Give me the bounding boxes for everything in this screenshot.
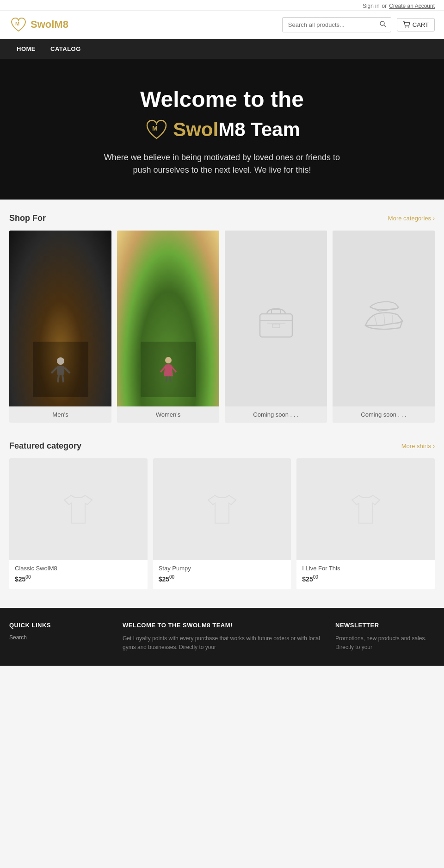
womens-image (117, 231, 219, 406)
svg-rect-17 (260, 314, 292, 337)
shop-for-header: Shop For More categories › (9, 213, 435, 223)
svg-line-15 (166, 376, 167, 382)
product-price-1: $2500 (159, 575, 286, 583)
header-right: CART (282, 17, 435, 32)
top-bar: Sign in or Create an Account (0, 0, 444, 11)
svg-line-8 (51, 368, 57, 373)
cart-label: CART (413, 21, 429, 28)
footer-col2-title: Welcome to the SwolM8 Team! (123, 622, 321, 629)
search-button[interactable] (375, 18, 391, 32)
tshirt-icon-2 (347, 491, 384, 528)
search-icon (380, 21, 386, 27)
svg-line-16 (170, 376, 171, 382)
svg-line-9 (64, 368, 70, 373)
product-info-0: Classic SwolM8 $2500 (9, 560, 148, 589)
cart-button[interactable]: CART (397, 18, 435, 31)
hero-brand: M SwolM8 Team (9, 117, 435, 142)
category-card-womens[interactable]: Women's (117, 231, 219, 423)
svg-point-4 (408, 27, 409, 28)
category-card-shoe[interactable]: Coming soon . . . (333, 231, 435, 423)
product-image-2 (296, 458, 435, 560)
hero-line1: Welcome to the (9, 87, 435, 112)
category-grid: Men's Women's (9, 231, 435, 423)
product-image-0 (9, 458, 148, 560)
signin-link[interactable]: Sign in (363, 3, 380, 9)
product-info-1: Stay Pumpy $2500 (153, 560, 291, 589)
svg-line-23 (384, 314, 385, 324)
svg-line-10 (58, 375, 59, 382)
womens-label: Women's (156, 406, 181, 423)
hero-section: Welcome to the M SwolM8 Team Where we be… (0, 59, 444, 200)
shoe-label: Coming soon . . . (361, 406, 406, 423)
cart-icon (403, 21, 410, 28)
bag-label: Coming soon . . . (253, 406, 298, 423)
bag-image (225, 231, 327, 406)
footer-search-link[interactable]: Search (9, 634, 109, 641)
womens-figure-icon (157, 356, 180, 383)
featured-title: Featured category (9, 441, 81, 451)
category-card-mens[interactable]: Men's (9, 231, 111, 423)
product-card-0[interactable]: Classic SwolM8 $2500 (9, 458, 148, 589)
svg-rect-7 (57, 366, 64, 375)
footer-col3-title: Newsletter (335, 622, 435, 629)
hero-logo-icon: M (144, 117, 169, 142)
product-card-1[interactable]: Stay Pumpy $2500 (153, 458, 291, 589)
svg-rect-21 (272, 324, 280, 328)
footer-col-newsletter: Newsletter Promotions, new products and … (335, 622, 435, 652)
footer-col2-text: Get Loyalty points with every purchase t… (123, 634, 321, 652)
product-grid: Classic SwolM8 $2500 Stay Pumpy $2500 (9, 458, 435, 589)
shoe-placeholder-icon (361, 300, 407, 337)
svg-text:M: M (152, 125, 158, 132)
svg-rect-19 (271, 309, 281, 314)
product-name-0: Classic SwolM8 (15, 565, 142, 572)
svg-point-3 (405, 27, 406, 28)
search-input[interactable] (283, 18, 375, 31)
footer: Quick links Search Welcome to the SwolM8… (0, 608, 444, 666)
footer-grid: Quick links Search Welcome to the SwolM8… (9, 622, 435, 652)
svg-point-1 (380, 21, 384, 25)
svg-line-11 (62, 375, 63, 382)
shoe-image (333, 231, 435, 406)
footer-col-quicklinks: Quick links Search (9, 622, 109, 652)
svg-point-12 (165, 357, 172, 363)
svg-text:M: M (15, 21, 19, 26)
product-card-2[interactable]: I Live For This $2500 (296, 458, 435, 589)
product-info-2: I Live For This $2500 (296, 560, 435, 589)
nav-bar: HOME CATALOG (0, 39, 444, 59)
footer-col-about: Welcome to the SwolM8 Team! Get Loyalty … (123, 622, 321, 652)
nav-catalog[interactable]: CATALOG (43, 39, 88, 59)
tshirt-icon-0 (60, 491, 97, 528)
product-image-1 (153, 458, 291, 560)
category-card-bag[interactable]: Coming soon . . . (225, 231, 327, 423)
logo-text: SwolM8 (31, 19, 68, 31)
featured-section: Featured category More shirts › Classic … (0, 437, 444, 603)
footer-col3-text: Promotions, new products and sales. Dire… (335, 634, 435, 652)
shop-for-more-link[interactable]: More categories › (388, 215, 435, 222)
shop-for-title: Shop For (9, 213, 46, 223)
product-name-1: Stay Pumpy (159, 565, 286, 572)
logo-icon: M (9, 15, 28, 34)
svg-line-2 (384, 25, 386, 27)
mens-label: Men's (52, 406, 68, 423)
svg-line-22 (375, 316, 377, 325)
featured-header: Featured category More shirts › (9, 441, 435, 451)
bag-placeholder-icon (253, 295, 299, 342)
footer-col1-title: Quick links (9, 622, 109, 629)
logo-link[interactable]: M SwolM8 (9, 15, 68, 34)
search-box (282, 17, 391, 32)
product-name-2: I Live For This (302, 565, 429, 572)
mens-image (9, 231, 111, 406)
or-text: or (382, 3, 387, 9)
product-price-2: $2500 (302, 575, 429, 583)
nav-home[interactable]: HOME (9, 39, 43, 59)
shop-for-section: Shop For More categories › (0, 200, 444, 437)
tshirt-icon-1 (204, 491, 240, 528)
create-account-link[interactable]: Create an Account (389, 3, 435, 9)
mens-figure-icon (47, 356, 74, 383)
header: M SwolM8 CART (0, 11, 444, 39)
product-price-0: $2500 (15, 575, 142, 583)
svg-point-6 (57, 357, 64, 365)
hero-tagline: Where we believe in being motivated by l… (97, 151, 347, 176)
hero-brand-text: SwolM8 Team (173, 119, 300, 141)
featured-more-link[interactable]: More shirts › (401, 443, 435, 450)
